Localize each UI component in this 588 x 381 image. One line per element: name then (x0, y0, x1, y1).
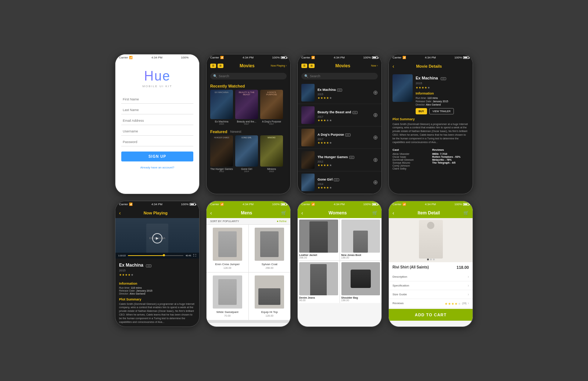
list-info: Ex MachinaHD 2015 ★★★★★ (318, 86, 370, 100)
description-option[interactable]: Description › (389, 273, 473, 281)
status-bar-item-detail: Carrier 📶 4:34 PM 100% (389, 201, 473, 208)
list-view-icon[interactable]: ☰ (301, 64, 307, 68)
movie-year: 2017 (244, 123, 249, 125)
carrier-label: Carrier (210, 56, 219, 59)
progress-bar[interactable] (128, 255, 183, 256)
carousel-dot-3[interactable] (433, 259, 435, 260)
now-playing-button[interactable]: Now Playing › (271, 64, 287, 67)
product-item-hitop[interactable]: Equip Hi Top 128.00 (249, 273, 291, 320)
movies-title: Movies (240, 63, 255, 68)
featured-hunger-games[interactable]: HUNGER GAMES The Hunger Games 2012 (210, 135, 233, 172)
video-area[interactable]: EX MACHINA ▶ 1:10:22 40:45 ⛶ (115, 218, 199, 259)
battery-icon (190, 56, 196, 59)
signup-button[interactable]: SIGN UP (121, 152, 193, 161)
item-price: 118.00 (456, 265, 469, 270)
signup-header: Hue MOBILE UI KIT (115, 61, 199, 92)
review-imdb: IMDb: 7.7/10 (432, 153, 469, 155)
list-info: The Hunger GamesHD 2012 ★★★★★ (318, 153, 370, 167)
search-bar[interactable]: 🔍 (210, 73, 287, 79)
list-poster (301, 129, 315, 146)
size-guide-option[interactable]: Size Guide › (389, 290, 473, 299)
username-input[interactable] (121, 127, 193, 136)
list-item-hunger[interactable]: The Hunger GamesHD 2012 ★★★★★ ⊕ (298, 149, 381, 171)
grid-view-icon[interactable]: ⊞ (309, 64, 315, 68)
product-shoulder-bag[interactable]: Shoulder Bag 198.00 (340, 261, 382, 303)
movie-detail-phone: Carrier 📶 4:34 PM 100% ‹ Movie Details E… (388, 54, 473, 194)
search-bar-list[interactable]: 🔍 (301, 73, 378, 79)
np-movie-info: Ex Machina HD 2015 ★★★★★ (115, 259, 199, 279)
add-button[interactable]: ⊕ (373, 89, 378, 96)
back-button[interactable]: ‹ (119, 210, 121, 216)
status-bar-movies-list: Carrier 📶 4:34 PM 100% (298, 54, 381, 61)
fullscreen-icon[interactable]: ⛶ (193, 254, 196, 257)
add-button[interactable]: ⊕ (373, 134, 378, 141)
release-row: Release Date: January 2015 (416, 100, 469, 103)
mens-product-grid: Eren Crew Jumper 128.00 Sylvan Coat 298.… (207, 225, 290, 323)
specification-label: Specification (392, 284, 409, 287)
item-detail-header: ‹ Item Detail 🛒 (389, 208, 473, 218)
cart-icon[interactable]: 🛒 (281, 210, 287, 216)
add-button[interactable]: ⊕ (373, 156, 378, 163)
size-guide-label: Size Guide (392, 293, 407, 296)
first-name-input[interactable] (121, 95, 193, 104)
specification-option[interactable]: Specification › (389, 281, 473, 290)
product-name: Eren Crew Jumper (215, 263, 240, 266)
movie-thumb-ex-machina[interactable]: EX MACHINA Ex Machina 2015 (210, 90, 233, 125)
search-input[interactable] (219, 74, 284, 78)
movie-thumb-beauty[interactable]: BEAUTY & THE BEAST Beauty and the... 201… (235, 90, 258, 125)
product-item-coat[interactable]: Sylvan Coat 298.00 (249, 225, 291, 272)
hd-badge: HD (352, 111, 358, 114)
product-new-boot[interactable]: New Jonas Boot 198.00 (340, 218, 382, 260)
login-link[interactable]: Already have an account? (121, 166, 193, 175)
cart-icon[interactable]: 🛒 (463, 210, 469, 216)
battery-icon (372, 203, 378, 206)
carousel-dot-2[interactable] (430, 259, 432, 260)
add-button[interactable]: ⊕ (373, 179, 378, 186)
time-label: 4:34 PM (334, 56, 345, 59)
now-playing-button[interactable]: Now › (371, 64, 378, 67)
movie-thumb-dogs[interactable]: A DOG'S PURPOSE A Dog's Purpose 2017 (260, 90, 283, 125)
product-price: 128.00 (223, 267, 231, 269)
movie-year: 2014 (244, 170, 249, 172)
search-input[interactable] (310, 74, 375, 78)
refine-button[interactable]: ● Refine (277, 220, 287, 223)
email-input[interactable] (121, 117, 193, 125)
list-item-ex-machina[interactable]: Ex MachinaHD 2015 ★★★★★ ⊕ (298, 82, 381, 104)
featured-minions[interactable]: MINIONS Minions 2015 (260, 135, 283, 172)
list-view-icon[interactable]: ☰ (210, 64, 216, 68)
list-item-dogs[interactable]: A Dog's PurposeHD 2017 ★★★★★ ⊕ (298, 127, 381, 149)
plot-section: Plot Summary Caleb Smith (Domhnall Glees… (389, 117, 473, 146)
list-item-gone-girl[interactable]: Gone GirlHD 2014 ★★★★★ ⊕ (298, 171, 381, 194)
grid-view-icon[interactable]: ⊞ (218, 64, 223, 68)
newest-label[interactable]: Newest (230, 130, 241, 133)
video-timeline: 1:10:22 40:45 ⛶ (115, 253, 199, 259)
product-leather-jacket[interactable]: Leather Jacket 398.00 (298, 218, 340, 260)
add-button[interactable]: ⊕ (373, 111, 378, 118)
trailer-button[interactable]: VIEW TRAILER (429, 108, 454, 114)
product-item-sweatpant[interactable]: Wilde Sweatpant 70.00 (207, 273, 248, 320)
chevron-right-icon: › (468, 275, 469, 279)
np-movie-title: Ex Machina (119, 263, 143, 268)
last-name-input[interactable] (121, 106, 193, 114)
star-rating: ★★★★★ (318, 96, 370, 100)
carrier-label: Carrier (301, 56, 310, 59)
password-input[interactable] (121, 138, 193, 146)
reviews-row[interactable]: Reviews ★ ★ ★ ★ ★ (28) › (389, 299, 473, 308)
cart-icon[interactable]: 🛒 (372, 210, 378, 216)
featured-gone-girl[interactable]: GONE GIRL Gone Girl 2014 (235, 135, 258, 172)
cast-reviews-section: Cast Alicia Vikander Oscar Isaac Domhnal… (389, 146, 473, 172)
sort-label[interactable]: SORT BY: POPULARITY (210, 220, 239, 222)
product-price: 198.00 (341, 299, 380, 302)
list-item-beauty[interactable]: Beauty the Beast andHD 2017 ★★★★★ ⊕ (298, 104, 381, 127)
carousel-dot-1[interactable] (427, 259, 429, 260)
np-info: Information Run time: 110 mins Release D… (115, 279, 199, 298)
signup-form: SIGN UP Already have an account? (115, 92, 199, 179)
status-bar-mens: Carrier 📶 4:34 PM 100% (207, 201, 290, 208)
product-denim-jeans[interactable]: Denim Jeans 96.00 (298, 261, 340, 303)
movie-year: 2015 (219, 123, 224, 125)
buy-button[interactable]: BUY (416, 108, 427, 114)
product-item-jumper[interactable]: Eren Crew Jumper 128.00 (207, 225, 248, 272)
signup-phone: Carrier 📶 4:34 PM 100% Hue MOBILE UI KIT… (115, 54, 200, 194)
play-button[interactable]: ▶ (152, 233, 162, 243)
add-to-cart-button[interactable]: ADD TO CART (389, 309, 473, 321)
